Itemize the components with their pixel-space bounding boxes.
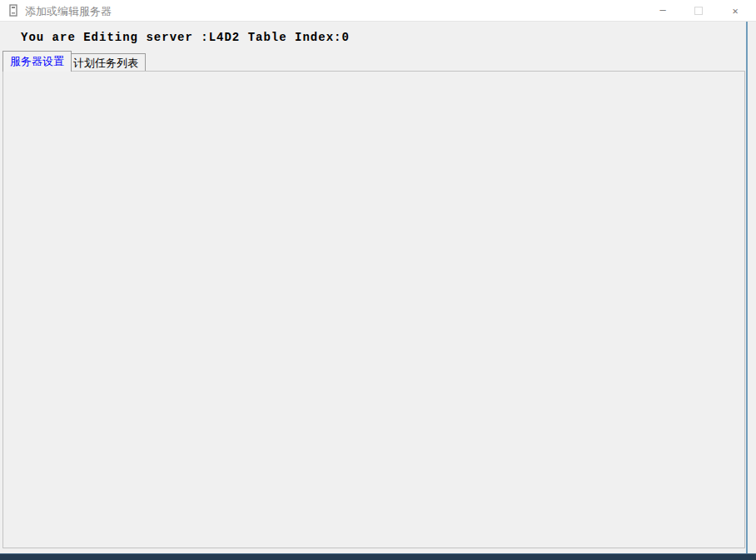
- tab-panel: [2, 71, 745, 548]
- maximize-button[interactable]: [683, 0, 714, 22]
- tab-task-list[interactable]: 计划任务列表: [66, 53, 146, 72]
- editing-banner: You are Editing server :L4D2 Table Index…: [21, 31, 350, 44]
- minimize-button[interactable]: —: [647, 0, 679, 22]
- add-edit-server-window: { "window": { "title": "添加或编辑服务器", "mini…: [0, 0, 756, 560]
- background-window-bar: [0, 553, 756, 560]
- window-right-border: [746, 22, 748, 553]
- tab-server-settings[interactable]: 服务器设置: [2, 51, 72, 72]
- app-icon: [7, 4, 20, 21]
- window-title: 添加或编辑服务器: [25, 4, 112, 19]
- close-button[interactable]: ✕: [719, 0, 751, 22]
- maximize-icon: [694, 7, 703, 15]
- titlebar: 添加或编辑服务器 — ✕: [0, 0, 756, 22]
